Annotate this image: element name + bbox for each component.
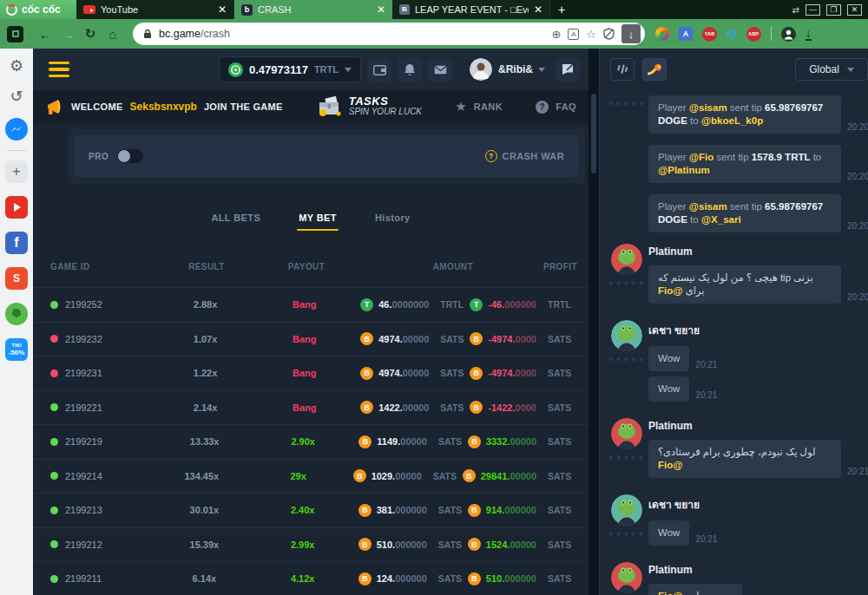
- crash-war-label: CRASH WAR: [503, 151, 564, 161]
- browser-sidebar: ⚙ ↺ + f S TIKI-50%: [0, 49, 33, 595]
- user-avatar[interactable]: [611, 320, 642, 351]
- notifications-button[interactable]: [398, 57, 422, 82]
- forward-button[interactable]: →: [56, 27, 79, 42]
- user-avatar[interactable]: [611, 562, 642, 593]
- shield-icon[interactable]: [603, 28, 615, 40]
- youtube-shortcut-icon[interactable]: [5, 196, 28, 219]
- page-scrollbar[interactable]: [589, 49, 599, 595]
- payout-cell: Bang: [248, 334, 360, 344]
- table-row[interactable]: 2199231 1.22x Bang B4974.00000SATS B-497…: [33, 356, 589, 390]
- rank-link[interactable]: ★ RANK: [455, 99, 503, 114]
- fireball-button[interactable]: [642, 58, 667, 81]
- tasks-link[interactable]: TASKS SPIN YOUR LUCK: [316, 95, 422, 118]
- faq-link[interactable]: ? FAQ: [536, 101, 576, 114]
- user-level-stars: ★★★★★: [608, 100, 645, 108]
- chat-username[interactable]: Platinum: [648, 420, 868, 432]
- close-tab-icon[interactable]: ✕: [377, 3, 385, 16]
- download-active-button[interactable]: ↓: [621, 24, 641, 43]
- message-timestamp: 20:21: [695, 390, 717, 402]
- chat-channel-select[interactable]: Global: [795, 58, 868, 81]
- user-avatar[interactable]: [611, 494, 642, 526]
- user-level-stars: ★★★★★: [608, 356, 645, 363]
- coccoc-deals-icon[interactable]: [5, 303, 28, 325]
- minimize-button[interactable]: —: [806, 4, 820, 16]
- crash-war-link[interactable]: ? CRASH WAR: [485, 150, 564, 162]
- coccoc-menu-tab[interactable]: cốc cốc: [0, 0, 76, 19]
- tab-crash[interactable]: b CRASH ✕: [234, 0, 392, 19]
- maximize-button[interactable]: ❐: [826, 4, 841, 16]
- table-row[interactable]: 2199212 15.39x 2.99x B510.000000SATS B15…: [33, 527, 589, 562]
- chat-user-message: ★★★★★ เดชา ขยายWow20:21: [605, 494, 868, 551]
- chat-username[interactable]: Platinum: [648, 564, 868, 576]
- sidebar-toggle-button[interactable]: [7, 26, 23, 42]
- iq-extension-icon[interactable]: IQ: [727, 29, 737, 39]
- scrollbar-thumb[interactable]: [591, 94, 596, 173]
- chat-tip-message: Player @sisam sent tip 65.98769767 DOGE …: [605, 194, 868, 238]
- bets-tab-bar: ALL BETS MY BET History: [33, 203, 589, 232]
- tab-leap-year-event[interactable]: B LEAP YEAR EVENT - □Event - ✕: [392, 0, 550, 19]
- bookmark-star-icon[interactable]: ☆: [586, 28, 596, 41]
- yab-extension-icon[interactable]: YAB: [702, 27, 717, 42]
- downloads-icon[interactable]: ↓: [806, 28, 812, 41]
- sats-coin-icon: B: [360, 401, 373, 414]
- status-dot-icon: [50, 507, 58, 514]
- home-button[interactable]: ⌂: [102, 27, 124, 42]
- facebook-shortcut-icon[interactable]: f: [5, 232, 28, 254]
- hamburger-menu-icon[interactable]: [49, 62, 69, 78]
- chat-messages: ★★★★★ Player @sisam sent tip 65.98769767…: [600, 90, 868, 595]
- new-tab-button[interactable]: +: [550, 0, 573, 19]
- status-dot-icon: [50, 369, 58, 377]
- tip-rain-button[interactable]: [610, 58, 635, 81]
- wallet-button[interactable]: [367, 57, 391, 82]
- tab-youtube[interactable]: YouTube ✕: [76, 0, 234, 19]
- table-row[interactable]: 2199213 30.01x 2.40x B381.000000SATS B91…: [33, 493, 589, 527]
- translate-icon[interactable]: A: [568, 29, 579, 40]
- table-row[interactable]: 2199252 2.88x Bang T46.0000000TRTL T-46.…: [33, 287, 589, 322]
- chat-toggle-button[interactable]: [556, 57, 580, 82]
- settings-gear-icon[interactable]: ⚙: [10, 57, 23, 75]
- sidebar-divider: [7, 150, 26, 151]
- sats-coin-icon: B: [470, 332, 483, 345]
- table-row[interactable]: 2199211 6.14x 4.12x B124.000000SATS B510…: [33, 561, 589, 595]
- tab-all-bets[interactable]: ALL BETS: [211, 212, 260, 223]
- add-shortcut-button[interactable]: +: [5, 160, 28, 183]
- welcome-text: WELCOME: [71, 101, 123, 112]
- reload-button[interactable]: ↻: [79, 26, 102, 42]
- username[interactable]: &Ribi&: [498, 63, 533, 75]
- table-row[interactable]: 2199221 2.14x Bang B1422.00000SATS B-142…: [33, 390, 589, 425]
- history-icon[interactable]: ↺: [10, 88, 23, 105]
- user-avatar[interactable]: [611, 418, 642, 449]
- crocodile-avatar-image: [611, 244, 642, 275]
- table-row[interactable]: 2199232 1.07x Bang B4974.00000SATS B-497…: [33, 322, 589, 356]
- pro-toggle[interactable]: [117, 149, 143, 163]
- tiki-shortcut-icon[interactable]: TIKI-50%: [5, 338, 28, 361]
- messenger-icon[interactable]: [5, 118, 28, 141]
- chat-bubble: Wow: [648, 346, 689, 371]
- messages-button[interactable]: [428, 57, 452, 82]
- user-avatar[interactable]: [470, 58, 492, 81]
- balance-selector[interactable]: 0.47973117 TRTL: [219, 56, 361, 82]
- back-button[interactable]: ←: [34, 27, 56, 42]
- chat-bubble: Wow: [648, 520, 689, 546]
- close-tab-icon[interactable]: ✕: [534, 3, 542, 16]
- zoom-icon[interactable]: ⊕: [551, 28, 561, 41]
- shopee-shortcut-icon[interactable]: S: [5, 267, 28, 290]
- abp-extension-icon[interactable]: ABP: [746, 27, 761, 42]
- chat-username[interactable]: เดชา ขยาย: [648, 322, 868, 338]
- result-cell: 2.88x: [162, 299, 248, 310]
- translate-extension-icon[interactable]: A: [679, 27, 693, 41]
- compact-mode-icon[interactable]: ⇄: [792, 5, 799, 15]
- tab-history[interactable]: History: [375, 212, 411, 223]
- close-window-button[interactable]: ✕: [847, 4, 862, 16]
- table-row[interactable]: 2199219 13.33x 2.90x B1149.00000SATS B33…: [33, 424, 589, 459]
- tab-my-bet[interactable]: MY BET: [299, 212, 337, 223]
- profile-icon[interactable]: [781, 27, 796, 42]
- close-tab-icon[interactable]: ✕: [218, 3, 227, 16]
- address-path: /crash: [201, 28, 230, 40]
- user-avatar[interactable]: [611, 244, 642, 275]
- chat-username[interactable]: Platinum: [648, 245, 868, 258]
- color-wheel-extension-icon[interactable]: [655, 27, 669, 41]
- table-row[interactable]: 2199214 134.45x 29x B1029.00000SATS B298…: [33, 459, 589, 494]
- address-bar[interactable]: bc.game/crash ⊕ A ☆ ↓: [133, 23, 645, 45]
- chat-username[interactable]: เดชา ขยาย: [648, 496, 868, 513]
